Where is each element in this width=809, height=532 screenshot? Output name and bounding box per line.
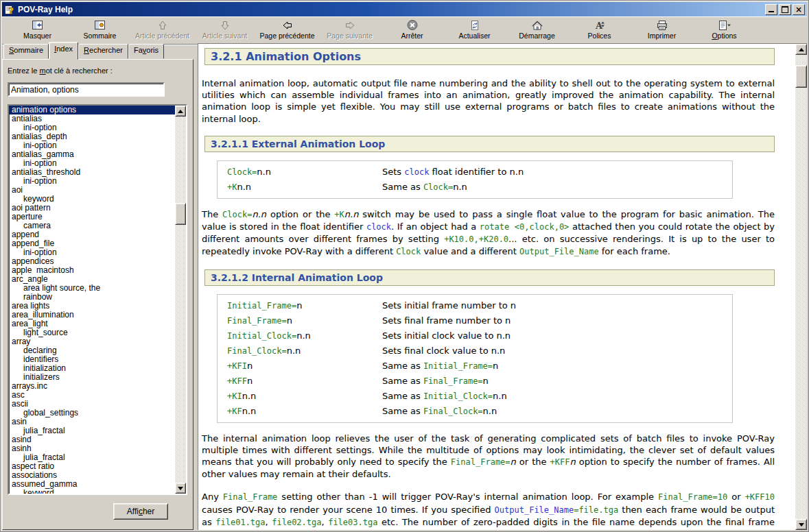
option-cell: Initial_Frame=n bbox=[218, 298, 382, 313]
code-text: Clock bbox=[396, 247, 421, 256]
index-item[interactable]: associations bbox=[9, 471, 175, 480]
code-link[interactable]: clock bbox=[404, 167, 429, 177]
toolbar-button-sommaire[interactable]: Sommaire bbox=[69, 18, 131, 44]
index-item[interactable]: asc bbox=[9, 391, 175, 400]
list-scroll-thumb[interactable] bbox=[175, 203, 186, 225]
close-button[interactable]: × bbox=[793, 4, 805, 15]
content-scrollbar[interactable] bbox=[795, 44, 807, 530]
table-row: Final_Frame=nSets final frame number to … bbox=[218, 313, 732, 328]
toolbar-button-masquer[interactable]: Masquer bbox=[6, 18, 69, 44]
arrow-right-icon bbox=[344, 19, 355, 32]
index-item[interactable]: aperture bbox=[9, 213, 175, 221]
index-item[interactable]: asin bbox=[9, 418, 175, 426]
index-item[interactable]: asind bbox=[9, 435, 175, 444]
paragraph: Any Final_Frame setting other than -1 wi… bbox=[202, 491, 775, 530]
code-text: Final_Clock= bbox=[227, 346, 287, 356]
text-run: n.n bbox=[237, 182, 251, 192]
toolbar-button-d-marrage[interactable]: Démarrage bbox=[506, 18, 568, 44]
index-item[interactable]: aoi pattern bbox=[9, 204, 175, 213]
minimize-button[interactable] bbox=[765, 4, 777, 15]
text-run: n bbox=[493, 361, 498, 371]
index-item[interactable]: initializers bbox=[9, 373, 175, 382]
index-item[interactable]: rainbow bbox=[9, 293, 175, 302]
option-table: Initial_Frame=nSets initial frame number… bbox=[217, 294, 733, 423]
index-item[interactable]: asinh bbox=[9, 444, 175, 453]
tab-favoris[interactable]: Favoris bbox=[128, 44, 164, 59]
index-item[interactable]: global_settings bbox=[9, 409, 175, 418]
text-run: . If an object had a bbox=[391, 221, 480, 232]
text-run: for each frame. bbox=[599, 246, 670, 256]
index-item[interactable]: assumed_gamma bbox=[9, 480, 175, 489]
content-scroll-down-button[interactable] bbox=[795, 519, 807, 530]
index-item[interactable]: ascii bbox=[9, 400, 175, 409]
index-item[interactable]: append bbox=[9, 230, 175, 239]
index-item[interactable]: julia_fractal bbox=[9, 453, 175, 462]
code-link[interactable]: clock bbox=[366, 222, 391, 232]
code-text: file03.tga bbox=[328, 518, 377, 527]
text-run: Same as bbox=[382, 182, 423, 192]
index-item[interactable]: animation options bbox=[9, 106, 175, 114]
table-row: Final_Clock=n.nSets final clock value to… bbox=[218, 343, 732, 359]
index-item[interactable]: light_source bbox=[9, 328, 175, 337]
text-run: n.n bbox=[344, 209, 359, 219]
index-item[interactable]: keyword bbox=[9, 195, 175, 204]
toolbar-button-article-suivant: Article suivant bbox=[194, 18, 256, 44]
text-run: Any bbox=[202, 492, 223, 502]
index-item[interactable]: ini-option bbox=[9, 177, 175, 186]
toolbar-button-options[interactable]: Options bbox=[693, 18, 755, 44]
index-item[interactable]: arrays.inc bbox=[9, 382, 175, 391]
index-item[interactable]: aoi bbox=[9, 186, 175, 195]
index-item[interactable]: aspect ratio bbox=[9, 462, 175, 471]
index-tab-page: Entrez le mot clé à rechercher : animati… bbox=[2, 59, 194, 530]
toolbar-button-actualiser[interactable]: Actualiser bbox=[443, 18, 506, 44]
toolbar-button-polices[interactable]: APolices bbox=[568, 18, 631, 44]
list-scroll-down-button[interactable] bbox=[175, 483, 186, 494]
index-item[interactable]: ini-option bbox=[9, 123, 175, 132]
tab-sommaire[interactable]: Sommaire bbox=[3, 44, 49, 59]
toolbar-button-label: Page précédente bbox=[260, 32, 315, 40]
toolbar-button-arr-ter[interactable]: Arrêter bbox=[381, 18, 443, 44]
list-scroll-up-button[interactable] bbox=[175, 106, 186, 117]
index-item[interactable]: area lights bbox=[9, 302, 175, 311]
tab-rechercher[interactable]: Rechercher bbox=[78, 44, 128, 59]
index-item[interactable]: camera bbox=[9, 221, 175, 230]
index-item[interactable]: area_illumination bbox=[9, 311, 175, 319]
index-item[interactable]: area light source, the bbox=[9, 284, 175, 293]
arrow-up-icon bbox=[157, 19, 168, 32]
index-item[interactable]: apple macintosh bbox=[9, 266, 175, 275]
index-item[interactable]: ini-option bbox=[9, 141, 175, 150]
text-run: Sets bbox=[382, 167, 404, 177]
toolbar-button-page-pr-c-dente[interactable]: Page précédente bbox=[256, 18, 318, 44]
maximize-button[interactable] bbox=[779, 4, 791, 15]
code-text: +K10.0,+K20.0 bbox=[444, 234, 508, 244]
toolbar-button-imprimer[interactable]: Imprimer bbox=[631, 18, 693, 44]
index-item[interactable]: identifiers bbox=[9, 355, 175, 364]
index-item[interactable]: julia_fractal bbox=[9, 426, 175, 435]
tab-index[interactable]: Index bbox=[49, 42, 78, 60]
option-cell: +KFn.n bbox=[218, 404, 382, 419]
index-item[interactable]: area_light bbox=[9, 319, 175, 328]
index-item[interactable]: keyword bbox=[9, 489, 175, 494]
paragraph: The internal animation loop relieves the… bbox=[202, 433, 775, 481]
titlebar[interactable]: ? POV-Ray Help × bbox=[2, 2, 807, 16]
content-scroll-thumb[interactable] bbox=[795, 65, 807, 88]
index-item[interactable]: ini-option bbox=[9, 248, 175, 257]
index-item[interactable]: antialias_depth bbox=[9, 132, 175, 141]
index-listbox: animation optionsantialiasini-optionanti… bbox=[8, 104, 187, 495]
index-item[interactable]: declaring bbox=[9, 346, 175, 355]
index-item[interactable]: initialization bbox=[9, 364, 175, 373]
index-item[interactable]: antialias_gamma bbox=[9, 150, 175, 159]
window-controls: × bbox=[765, 4, 805, 15]
code-link[interactable]: Output_File_Name bbox=[495, 505, 574, 515]
index-item[interactable]: arc_angle bbox=[9, 275, 175, 284]
index-item[interactable]: appendices bbox=[9, 257, 175, 266]
index-item[interactable]: antialias bbox=[9, 114, 175, 123]
keyword-input[interactable] bbox=[8, 82, 165, 97]
afficher-button[interactable]: Afficher bbox=[113, 503, 168, 520]
index-item[interactable]: array bbox=[9, 337, 175, 346]
list-scrollbar[interactable] bbox=[175, 106, 186, 494]
index-item[interactable]: ini-option bbox=[9, 159, 175, 168]
index-item[interactable]: antialias_threshold bbox=[9, 168, 175, 177]
index-item[interactable]: append_file bbox=[9, 239, 175, 248]
content-scroll-up-button[interactable] bbox=[795, 44, 807, 55]
